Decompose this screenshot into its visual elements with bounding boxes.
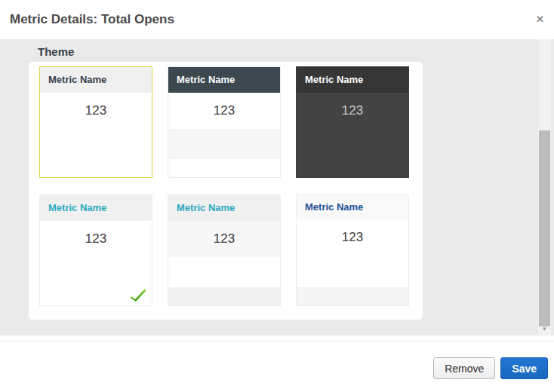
modal-body: Theme Metric Name 123 Metric Name 123 Me… — [0, 39, 554, 335]
theme-card-row — [297, 287, 408, 306]
selected-check-icon — [130, 287, 146, 302]
theme-card-title: Metric Name — [168, 67, 280, 93]
theme-card-title: Metric Name — [40, 195, 152, 221]
footer-gap — [0, 335, 554, 341]
modal-title: Metric Details: Total Opens — [10, 12, 174, 27]
theme-card-title: Metric Name — [40, 67, 152, 93]
scrollbar-down-arrow[interactable]: ▼ — [538, 324, 551, 335]
modal-header: Metric Details: Total Opens ✕ — [0, 0, 554, 39]
theme-card-title: Metric Name — [168, 195, 280, 221]
theme-panel: Metric Name 123 Metric Name 123 Metric N… — [29, 62, 423, 320]
remove-button[interactable]: Remove — [433, 357, 495, 379]
scrollbar[interactable]: ▼ — [538, 39, 551, 335]
save-button[interactable]: Save — [500, 357, 548, 379]
theme-card-value: 123 — [297, 93, 408, 129]
theme-card-value: 123 — [40, 221, 152, 257]
theme-option-2[interactable]: Metric Name 123 — [168, 66, 281, 178]
scrollbar-thumb[interactable] — [539, 130, 550, 326]
theme-card-row — [168, 159, 280, 177]
theme-card-title: Metric Name — [297, 195, 408, 219]
theme-card-value: 123 — [168, 93, 280, 129]
metric-details-modal: Metric Details: Total Opens ✕ Theme Metr… — [0, 0, 554, 392]
theme-card-row — [168, 257, 280, 287]
theme-option-4[interactable]: Metric Name 123 — [39, 194, 152, 306]
theme-card-value: 123 — [40, 93, 152, 129]
close-icon[interactable]: ✕ — [536, 14, 544, 25]
theme-card-row — [168, 287, 280, 306]
theme-card-row — [297, 256, 408, 287]
theme-card-title: Metric Name — [297, 67, 408, 93]
theme-section-label: Theme — [38, 45, 74, 58]
theme-card-value: 123 — [297, 219, 408, 256]
theme-option-6[interactable]: Metric Name 123 — [296, 194, 409, 306]
modal-footer: Remove Save — [0, 341, 554, 392]
theme-option-5[interactable]: Metric Name 123 — [168, 194, 281, 306]
theme-option-3[interactable]: Metric Name 123 — [296, 66, 409, 178]
theme-card-value: 123 — [168, 221, 280, 257]
theme-option-1[interactable]: Metric Name 123 — [39, 66, 152, 178]
theme-card-row — [168, 129, 280, 159]
